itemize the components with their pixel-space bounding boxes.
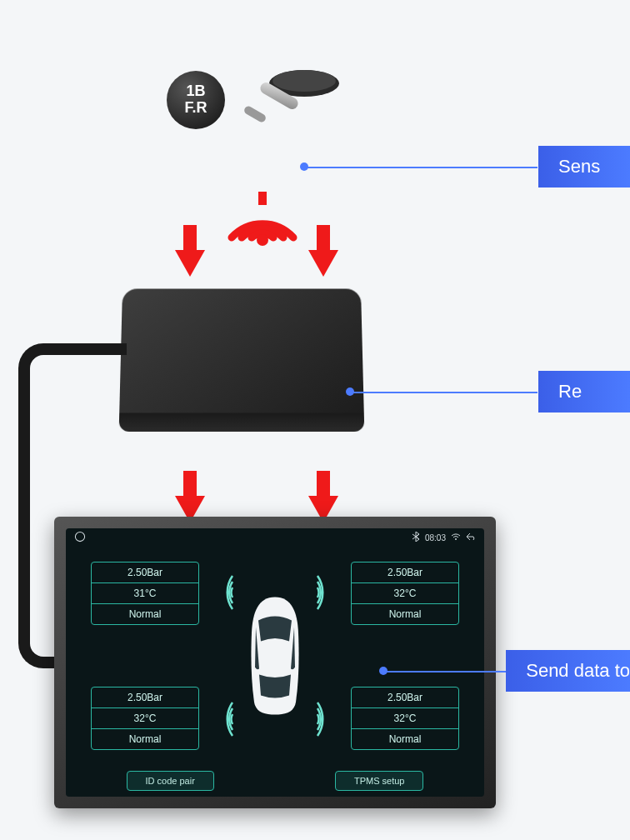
leader-dot-sensors: [300, 162, 308, 171]
sensor-cap-label-top: 1B: [186, 83, 205, 100]
tire-status: Normal: [92, 604, 198, 624]
tpms-setup-button[interactable]: TPMS setup: [335, 771, 424, 791]
label-receiver: Re: [538, 371, 630, 412]
sensor-cap-label-bottom: F.R: [185, 100, 208, 117]
svg-rect-3: [242, 105, 267, 124]
tire-tile-fl: 2.50Bar 31°C Normal: [91, 562, 199, 625]
screen: 08:03 2.50Bar 31°C Normal 2.50Bar 32°C N…: [66, 528, 484, 797]
tire-status: Normal: [352, 604, 458, 624]
tire-signal-icon: [314, 572, 342, 613]
tire-pressure: 2.50Bar: [92, 688, 198, 708]
svg-point-1: [272, 70, 336, 92]
bluetooth-icon: [412, 532, 420, 543]
tire-pressure: 2.50Bar: [352, 562, 458, 583]
tire-pressure: 2.50Bar: [352, 688, 458, 708]
arrow-down-icon: [175, 250, 205, 277]
arrow-down-icon: [308, 250, 338, 277]
label-receiver-text: Re: [558, 381, 582, 402]
id-code-pair-button[interactable]: ID code pair: [127, 771, 214, 791]
status-time: 08:03: [425, 533, 446, 542]
label-display: Send data to: [506, 650, 630, 692]
internal-tire-sensor: [242, 67, 350, 133]
svg-rect-5: [258, 192, 267, 205]
tire-tile-fr: 2.50Bar 32°C Normal: [351, 562, 459, 625]
leader-line-display: [383, 671, 517, 672]
tpms-area: 2.50Bar 31°C Normal 2.50Bar 32°C Normal …: [66, 547, 484, 765]
tire-tile-rr: 2.50Bar 32°C Normal: [351, 687, 459, 750]
tire-temp: 31°C: [92, 583, 198, 604]
wifi-icon: [451, 532, 461, 542]
svg-point-4: [257, 234, 268, 246]
label-sensors: Sens: [538, 146, 630, 188]
leader-line-receiver: [350, 392, 538, 393]
leader-dot-display: [379, 667, 388, 675]
tire-status: Normal: [92, 729, 198, 749]
tire-signal-icon: [208, 698, 236, 740]
car-icon: [246, 596, 304, 717]
head-unit-display: 08:03 2.50Bar 31°C Normal 2.50Bar 32°C N…: [54, 517, 496, 808]
leader-dot-receiver: [346, 388, 354, 396]
tire-pressure: 2.50Bar: [92, 562, 198, 583]
tire-temp: 32°C: [352, 708, 458, 729]
receiver-module: [119, 289, 364, 422]
svg-point-6: [75, 532, 84, 541]
bottom-buttons: ID code pair TPMS setup: [66, 765, 484, 797]
leader-line-sensors: [304, 167, 538, 168]
tire-tile-rl: 2.50Bar 32°C Normal: [91, 687, 199, 750]
wireless-signal-icon: [225, 192, 300, 250]
tire-signal-icon: [208, 572, 236, 613]
home-icons: [74, 531, 86, 544]
back-icon: [466, 532, 476, 542]
status-bar: 08:03: [66, 528, 484, 547]
tire-temp: 32°C: [92, 708, 198, 729]
usb-cable: [117, 343, 125, 355]
tire-status: Normal: [352, 729, 458, 749]
tire-temp: 32°C: [352, 583, 458, 604]
tire-signal-icon: [314, 698, 342, 740]
label-display-text: Send data to: [526, 660, 630, 682]
label-sensors-text: Sens: [558, 156, 600, 178]
svg-point-7: [455, 538, 457, 540]
tire-sensor-cap: 1B F.R: [167, 71, 225, 129]
